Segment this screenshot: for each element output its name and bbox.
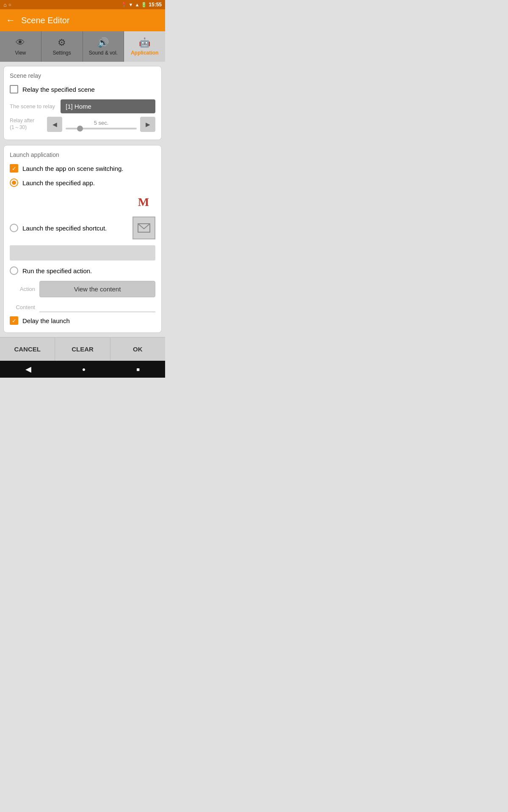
battery-icon: 🔋: [141, 2, 147, 8]
header: ← Scene Editor: [0, 9, 165, 31]
nav-back-icon[interactable]: ◀: [25, 365, 31, 374]
clear-button[interactable]: CLEAR: [55, 337, 110, 361]
launch-specified-app-radio[interactable]: [10, 178, 18, 187]
scene-relay-card: Scene relay Relay the specified scene Th…: [3, 66, 162, 140]
shortcut-icon-container: [133, 217, 155, 239]
status-icons-left: ⌂ ○: [3, 2, 11, 8]
cancel-button[interactable]: CANCEL: [0, 337, 55, 361]
relay-prev-btn[interactable]: ◀: [47, 117, 62, 132]
application-tab-icon: 🤖: [139, 37, 150, 48]
tab-view[interactable]: 👁 View: [0, 31, 41, 62]
tab-bar: 👁 View ⚙ Settings 🔊 Sound & vol. 🤖 Appli…: [0, 31, 165, 62]
gmail-icon-row: M: [10, 193, 155, 211]
tab-application-label: Application: [131, 50, 158, 56]
circle-icon: ○: [8, 2, 11, 7]
ok-button[interactable]: OK: [110, 337, 165, 361]
envelope-svg: [137, 221, 151, 235]
launch-specified-app-label: Launch the specified app.: [22, 179, 95, 187]
delay-label: Delay the launch: [22, 317, 70, 324]
tab-settings-label: Settings: [52, 50, 71, 56]
tab-sound-label: Sound & vol.: [89, 50, 118, 56]
run-action-radio[interactable]: [10, 266, 18, 275]
nav-square-icon[interactable]: ■: [136, 366, 140, 373]
scene-to-relay-label: The scene to relay: [10, 103, 56, 110]
nav-home-icon[interactable]: ●: [82, 366, 86, 373]
slider-track: [66, 128, 137, 129]
launch-on-switch-checkbox[interactable]: [10, 164, 18, 173]
scene-dropdown-value: [1] Home: [66, 103, 91, 110]
shortcut-bar: [10, 245, 155, 261]
action-row: Action View the content: [10, 281, 155, 297]
content-row: Content: [10, 302, 155, 312]
nav-bar: ◀ ● ■: [0, 361, 165, 378]
gmail-icon[interactable]: M: [134, 193, 153, 211]
delay-checkbox[interactable]: [10, 316, 18, 325]
main-content: Scene relay Relay the specified scene Th…: [0, 62, 165, 337]
launch-shortcut-radio[interactable]: [10, 224, 18, 232]
tab-view-label: View: [15, 50, 26, 56]
content-label: Content: [10, 304, 35, 312]
relay-slider[interactable]: 5 sec.: [66, 120, 137, 129]
relay-checkbox-label: Relay the specified scene: [22, 86, 95, 93]
relay-after-label: Relay after (1～30): [10, 118, 44, 131]
tab-sound[interactable]: 🔊 Sound & vol.: [83, 31, 124, 62]
relay-checkbox-row[interactable]: Relay the specified scene: [10, 85, 155, 93]
launch-specified-app-row[interactable]: Launch the specified app.: [10, 178, 155, 187]
scene-select-row: The scene to relay [1] Home: [10, 99, 155, 113]
action-button[interactable]: View the content: [39, 281, 155, 297]
settings-tab-icon: ⚙: [58, 37, 66, 48]
wifi-icon: ▼: [129, 2, 133, 7]
launch-on-switch-row[interactable]: Launch the app on scene switching.: [10, 164, 155, 173]
relay-after-row: Relay after (1～30) ◀ 5 sec. ▶: [10, 117, 155, 132]
relay-next-btn[interactable]: ▶: [140, 117, 155, 132]
back-button[interactable]: ←: [6, 15, 15, 26]
status-bar: ⌂ ○ 📍 ▼ ▲ 🔋 15:55: [0, 0, 165, 9]
time-display: 15:55: [149, 2, 162, 8]
launch-shortcut-row[interactable]: Launch the specified shortcut.: [10, 217, 155, 239]
view-tab-icon: 👁: [16, 37, 25, 48]
tab-application[interactable]: 🤖 Application: [124, 31, 165, 62]
launch-app-card: Launch application Launch the app on sce…: [3, 145, 162, 333]
launch-app-title: Launch application: [10, 151, 155, 158]
bottom-action-bar: CANCEL CLEAR OK: [0, 337, 165, 361]
location-icon: 📍: [121, 2, 127, 8]
content-input[interactable]: [39, 302, 155, 312]
scene-relay-title: Scene relay: [10, 72, 155, 79]
shortcut-icon[interactable]: [133, 217, 155, 239]
tab-settings[interactable]: ⚙ Settings: [41, 31, 83, 62]
run-action-label: Run the specified action.: [22, 267, 92, 274]
slider-thumb: [77, 126, 83, 132]
relay-checkbox[interactable]: [10, 85, 18, 93]
delay-launch-row[interactable]: Delay the launch: [10, 316, 155, 325]
status-icons-right: 📍 ▼ ▲ 🔋 15:55: [121, 2, 162, 8]
signal-icon: ▲: [135, 2, 139, 7]
launch-on-switch-label: Launch the app on scene switching.: [22, 165, 124, 172]
slider-value: 5 sec.: [94, 120, 109, 126]
launch-shortcut-label: Launch the specified shortcut.: [22, 225, 107, 232]
home-icon: ⌂: [3, 2, 7, 8]
sound-tab-icon: 🔊: [97, 37, 109, 48]
scene-dropdown[interactable]: [1] Home: [61, 99, 155, 113]
run-action-row[interactable]: Run the specified action.: [10, 266, 155, 275]
page-title: Scene Editor: [21, 16, 70, 25]
action-label: Action: [10, 286, 35, 292]
